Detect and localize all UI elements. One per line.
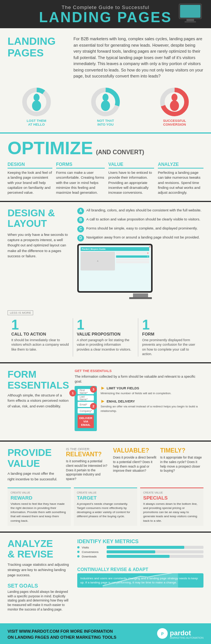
- svg-rect-3: [185, 21, 196, 23]
- design-point-d: D Navigation away from or around a landi…: [77, 235, 203, 242]
- form-submit-btn[interactable]: DELIVER VIA EMAIL: [78, 415, 94, 428]
- form-field-lastname: Last Name*: [78, 395, 94, 401]
- monitor-mockup-area: Pardot | Buyers Guide A B C: [77, 244, 203, 299]
- svg-marker-17: [101, 400, 104, 403]
- form-essentials-section: FORM ESSENTIALS Although simple, the str…: [0, 363, 211, 440]
- form-right: GET THE ESSENTIALS The information colle…: [75, 369, 203, 431]
- monitor-mockup: Pardot | Buyers Guide A B C: [77, 244, 153, 293]
- optimize-subtitle: (AND CONVERT): [96, 149, 144, 156]
- badge-3: 3: [90, 386, 97, 393]
- svg-rect-2: [187, 19, 194, 21]
- form-top: FORM ESSENTIALS Although simple, the str…: [8, 369, 203, 431]
- value-card-target: CREATE VALUE TARGET A prospect's needs c…: [74, 488, 137, 526]
- value-heading: PROVIDE VALUE: [8, 447, 60, 469]
- optimize-section: OPTIMIZE (AND CONVERT) DESIGN Keeping th…: [0, 134, 211, 200]
- donut-lost-chart: [21, 87, 52, 117]
- form-content-row: First Name* Last Name* Email* Company*: [75, 386, 203, 431]
- footer-logo-block: pardot marketing automation: [170, 630, 203, 639]
- svg-point-7: [32, 100, 41, 111]
- donut-success: SUCCESSFULCONVERSION: [142, 87, 207, 127]
- value-card-reward: CREATE VALUE REWARD Visitors need to fee…: [8, 488, 71, 526]
- set-goals: SET GOALS Landing pages should always be…: [8, 583, 72, 612]
- svg-marker-16: [101, 387, 104, 390]
- intro-heading: LANDING PAGES: [8, 36, 68, 79]
- donut-lost: LOST THEMAT HELLO: [4, 87, 69, 127]
- adapt-section: CONTINUALLY REVISE & ADAPT Industries an…: [77, 567, 203, 588]
- form-get-tag: GET THE ESSENTIALS: [75, 369, 203, 373]
- metric-downloads: Downloads: [77, 555, 203, 558]
- design-point-b: B A call to action and value proposition…: [77, 217, 203, 223]
- email-icon: [101, 399, 105, 404]
- design-letter-d: D: [77, 235, 84, 242]
- less-col-form: 1 FORM One prominently displayed form pr…: [138, 318, 203, 357]
- optimize-col-analyze: ANALYZE Perfecting a landing page can ta…: [158, 162, 203, 195]
- svg-text:P: P: [161, 632, 164, 636]
- goals-title: SET GOALS: [8, 583, 72, 589]
- form-note-email: EMAIL DELIVERY Sending an offer via emai…: [101, 399, 203, 413]
- value-q2-title: VALUABLE?: [113, 447, 156, 454]
- svg-point-6: [34, 94, 40, 101]
- analyze-metrics: IDENTIFY KEY METRICS Visits Conversions: [77, 538, 203, 559]
- design-heading: DESIGN & LAYOUT: [8, 208, 72, 229]
- analyze-section: ANALYZE & REVISE Tracking usage statisti…: [0, 533, 211, 623]
- value-bottom: CREATE VALUE REWARD Visitors need to fee…: [8, 488, 203, 526]
- monitor-screen: Pardot | Buyers Guide A B C: [79, 245, 151, 291]
- goals-text: Landing pages should always be designed …: [8, 590, 72, 612]
- analyze-left: ANALYZE & REVISE Tracking usage statisti…: [8, 538, 72, 612]
- analyze-heading: ANALYZE & REVISE: [8, 538, 72, 560]
- form-fields: First Name* Last Name* Email* Company*: [78, 389, 94, 413]
- less-tag: LESS IS MORE: [8, 310, 33, 315]
- metrics-title: IDENTIFY KEY METRICS: [77, 538, 203, 544]
- footer-logo: P pardot marketing automation: [157, 628, 203, 641]
- form-note-limit: LIMIT YOUR FIELDS Minimizing the number …: [101, 386, 203, 395]
- analyze-right: IDENTIFY KEY METRICS Visits Conversions: [77, 538, 203, 612]
- value-q1: IS THE OFFER: RELEVANT? Is it something …: [66, 447, 109, 482]
- metric-visits: Visits: [77, 546, 203, 549]
- value-right: IS THE OFFER: RELEVANT? Is it something …: [66, 447, 203, 482]
- optimize-cols: DESIGN Keeping the look and feel of a la…: [8, 162, 203, 195]
- less-col-cta: 1 CALL TO ACTION It should be immediatel…: [8, 318, 73, 357]
- svg-point-10: [102, 94, 109, 101]
- footer: VISIT WWW.PARDOT.COM FOR MORE INFORMATIO…: [0, 623, 211, 644]
- form-left: FORM ESSENTIALS Although simple, the str…: [8, 369, 69, 431]
- design-letter-c: C: [77, 226, 84, 232]
- donut-not-into-chart: [90, 87, 121, 117]
- donut-not-into-label: NOT THATINTO YOU: [73, 119, 138, 127]
- svg-point-15: [170, 100, 179, 111]
- value-q3-title: TIMELY?: [160, 447, 203, 454]
- form-get-desc: The information collected by a form shou…: [75, 374, 203, 384]
- optimize-big-title: OPTIMIZE: [8, 139, 93, 157]
- value-q1-label: IS THE OFFER:: [66, 447, 109, 451]
- value-q3: TIMELY? Is it appropriate for that stage…: [160, 447, 203, 482]
- header-title: LANDING PAGES: [8, 10, 203, 24]
- header: The Complete Guide to Successful LANDING…: [0, 0, 211, 28]
- optimize-col-value: VALUE Users have to be enticed to provid…: [109, 162, 154, 195]
- form-heading: FORM ESSENTIALS: [8, 369, 69, 390]
- badge-2: 2: [90, 403, 97, 410]
- intro-body: For B2B marketers with long, complex sal…: [73, 36, 203, 79]
- monitor-stand: [133, 293, 148, 297]
- design-right: A All branding, colors, and styles shoul…: [77, 208, 203, 299]
- footer-line2: ON LANDING PAGES AND OTHER MARKETING TOO…: [8, 634, 116, 641]
- adapt-box: Industries and users are constantly chan…: [77, 573, 203, 588]
- arrow-icon: [101, 386, 105, 390]
- intro-section: LANDING PAGES For B2B marketers with lon…: [0, 28, 211, 83]
- value-top: PROVIDE VALUE A landing page must offer …: [8, 447, 203, 482]
- monitor-icon: [177, 3, 203, 26]
- design-left: DESIGN & LAYOUT When you only have a few…: [8, 208, 72, 299]
- less-cols: 1 CALL TO ACTION It should be immediatel…: [8, 318, 203, 357]
- pardot-icon: P: [157, 628, 168, 641]
- form-fields-wrap: First Name* Last Name* Email* Company*: [75, 386, 97, 431]
- svg-point-11: [101, 100, 110, 111]
- donut-not-into: NOT THATINTO YOU: [73, 87, 138, 127]
- donut-row: LOST THEMAT HELLO NOT THATINTO YOU SUCCE…: [0, 83, 211, 133]
- metric-bar-visits: [107, 546, 203, 549]
- design-layout-section: DESIGN & LAYOUT When you only have a few…: [0, 202, 211, 303]
- footer-line1: VISIT WWW.PARDOT.COM FOR MORE INFORMATIO…: [8, 628, 116, 635]
- metric-bar-dl: [107, 555, 203, 558]
- svg-rect-1: [180, 5, 200, 18]
- footer-text: VISIT WWW.PARDOT.COM FOR MORE INFORMATIO…: [8, 628, 116, 641]
- less-col-vp: 1 VALUE PROPOSITION A short paragraph or…: [73, 318, 139, 357]
- value-left: PROVIDE VALUE A landing page must offer …: [8, 447, 60, 482]
- footer-logo-sub: marketing automation: [170, 636, 203, 639]
